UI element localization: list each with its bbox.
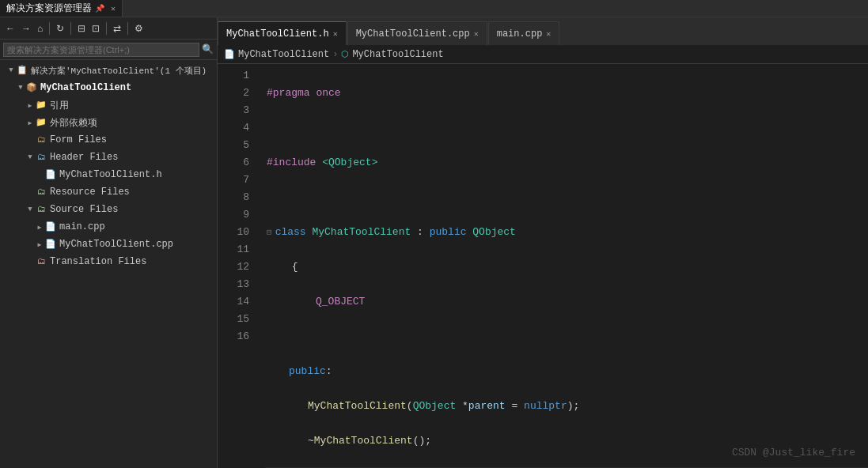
- token: QObject: [413, 398, 457, 415]
- toolbar-separator-1: [49, 22, 50, 35]
- token: #include: [267, 154, 322, 172]
- arrow-main: ▶: [35, 224, 44, 231]
- token: [267, 259, 292, 276]
- arrow-headerfiles: ▼: [25, 153, 35, 161]
- token: ();: [413, 432, 431, 450]
- collapse-all-button[interactable]: ⊟: [75, 21, 88, 36]
- close-icon[interactable]: ✕: [111, 4, 116, 13]
- sourcefiles-icon: 🗂: [35, 203, 47, 216]
- tree-label-resourcefiles: Resource Files: [50, 187, 130, 198]
- breadcrumb-right-icon: ⬡: [341, 49, 349, 59]
- back-button[interactable]: ←: [3, 21, 17, 36]
- token: :: [417, 224, 430, 241]
- breadcrumb-bar: 📄 MyChatToolClient › ⬡ MyChatToolClient: [218, 45, 868, 64]
- tree-row-headerfiles[interactable]: ▼ 🗂 Header Files: [0, 149, 217, 166]
- tab-cpp[interactable]: MyChatToolClient.cpp ✕: [347, 21, 487, 45]
- tree-row-resourcefiles[interactable]: 🗂 Resource Files: [0, 183, 217, 201]
- code-content[interactable]: #pragma once #include <QObject> ⊟class M…: [257, 64, 868, 468]
- tree-label-refs: 引用: [50, 99, 69, 112]
- tree-row-formfiles[interactable]: 🗂 Form Files: [0, 131, 217, 149]
- search-input[interactable]: [3, 43, 199, 57]
- code-line-8: [265, 328, 868, 345]
- code-line-9: public:: [265, 363, 868, 380]
- pin-icon: 📌: [95, 4, 104, 13]
- token: QObject: [472, 224, 516, 241]
- tree-row-sourcefiles[interactable]: ▼ 🗂 Source Files: [0, 201, 217, 218]
- solution-explorer-tab-label: 解决方案资源管理器: [6, 2, 92, 15]
- collapse-icon[interactable]: ⊟: [267, 224, 272, 241]
- code-line-7: Q_OBJECT: [265, 293, 868, 311]
- editor-area: MyChatToolClient.h ✕ MyChatToolClient.cp…: [218, 17, 868, 468]
- token: #pragma: [267, 85, 316, 102]
- extdeps-folder-icon: 📁: [35, 116, 47, 129]
- sync-button[interactable]: ↻: [54, 21, 66, 36]
- solution-tree: ▼ 📋 解决方案'MyChatToolClient'(1 个项目) ▼ 📦 My…: [0, 60, 217, 468]
- properties-button[interactable]: ⚙: [132, 21, 146, 36]
- tree-label-project: MyChatToolClient: [40, 82, 131, 93]
- breadcrumb-left[interactable]: MyChatToolClient: [238, 49, 329, 60]
- tree-label-headerfiles: Header Files: [50, 152, 118, 163]
- tree-label-h: MyChatToolClient.h: [59, 169, 162, 180]
- tab-main-label: main.cpp: [497, 28, 543, 40]
- tab-cpp-close[interactable]: ✕: [474, 29, 479, 39]
- swap-button[interactable]: ⇄: [111, 21, 123, 36]
- tree-label-transfiles: Translation Files: [50, 256, 146, 267]
- code-line-11: ~MyChatToolClient();: [265, 432, 868, 450]
- token: MyChatToolClient: [314, 432, 413, 450]
- code-line-3: #include <QObject>: [265, 154, 868, 172]
- token: nullptr: [524, 398, 567, 415]
- solution-explorer-panel-tab[interactable]: 解决方案资源管理器 📌 ✕: [0, 0, 123, 17]
- panel-tab-bar: 解决方案资源管理器 📌 ✕: [0, 0, 868, 17]
- tree-label-formfiles: Form Files: [50, 134, 107, 145]
- sidebar-toolbar: ← → ⌂ ↻ ⊟ ⊡ ⇄ ⚙: [0, 17, 217, 40]
- breadcrumb-file-icon: 📄: [224, 49, 235, 59]
- token: Q_OBJECT: [316, 293, 365, 311]
- main-cpp-icon: 📄: [44, 221, 57, 233]
- tree-label-mychatclient-cpp: MyChatToolClient.cpp: [59, 239, 173, 250]
- toolbar-separator-3: [106, 22, 107, 35]
- breadcrumb-right[interactable]: MyChatToolClient: [352, 49, 443, 60]
- file-h-icon: 📄: [44, 168, 57, 181]
- tab-main[interactable]: main.cpp ✕: [488, 21, 560, 45]
- code-editor[interactable]: 1234 5678 9101112 13141516 #pragma once …: [218, 64, 868, 468]
- arrow-sourcefiles: ▼: [25, 206, 35, 213]
- tab-h-label: MyChatToolClient.h: [226, 28, 329, 40]
- code-line-6: {: [265, 259, 868, 276]
- arrow-cpp: ▶: [35, 241, 44, 248]
- home-button[interactable]: ⌂: [35, 21, 45, 36]
- tree-row-solution[interactable]: ▼ 📋 解决方案'MyChatToolClient'(1 个项目): [0, 62, 217, 79]
- tree-label-main: main.cpp: [59, 221, 105, 232]
- code-line-4: [265, 189, 868, 206]
- token: class: [275, 224, 313, 241]
- tree-label-sourcefiles: Source Files: [50, 204, 118, 215]
- arrow-solution: ▼: [6, 66, 16, 74]
- tree-row-mychatclient-h[interactable]: 📄 MyChatToolClient.h: [0, 166, 217, 183]
- tab-h[interactable]: MyChatToolClient.h ✕: [218, 21, 347, 45]
- tree-row-mychatclient-cpp[interactable]: ▶ 📄 MyChatToolClient.cpp: [0, 236, 217, 253]
- tree-label-extdeps: 外部依赖项: [50, 116, 97, 130]
- token: MyChatToolClient: [312, 224, 417, 241]
- arrow-project: ▼: [16, 84, 25, 92]
- tree-row-project[interactable]: ▼ 📦 MyChatToolClient: [0, 79, 217, 96]
- project-icon: 📦: [25, 81, 38, 94]
- transfiles-icon: 🗂: [35, 255, 47, 268]
- tree-row-main-cpp[interactable]: ▶ 📄 main.cpp: [0, 218, 217, 236]
- code-line-1: #pragma once: [265, 85, 868, 102]
- arrow-refs: ▶: [25, 102, 35, 109]
- tree-row-extdeps[interactable]: ▶ 📁 外部依赖项: [0, 114, 217, 131]
- breadcrumb-sep: ›: [332, 49, 338, 60]
- forward-button[interactable]: →: [19, 21, 33, 36]
- search-icon[interactable]: 🔍: [202, 43, 214, 55]
- tab-h-close[interactable]: ✕: [333, 29, 338, 39]
- token: <QObject>: [322, 154, 377, 172]
- token: MyChatToolClient: [308, 398, 407, 415]
- token: public: [430, 224, 473, 241]
- tree-row-refs[interactable]: ▶ 📁 引用: [0, 96, 217, 114]
- toolbar-separator-2: [70, 22, 71, 35]
- tree-label-solution: 解决方案'MyChatToolClient'(1 个项目): [31, 65, 207, 77]
- tree-row-transfiles[interactable]: 🗂 Translation Files: [0, 253, 217, 270]
- filter-button[interactable]: ⊡: [89, 21, 102, 36]
- token: ~: [308, 432, 314, 450]
- tab-main-close[interactable]: ✕: [546, 29, 551, 39]
- sidebar: ← → ⌂ ↻ ⊟ ⊡ ⇄ ⚙ 🔍: [0, 17, 218, 468]
